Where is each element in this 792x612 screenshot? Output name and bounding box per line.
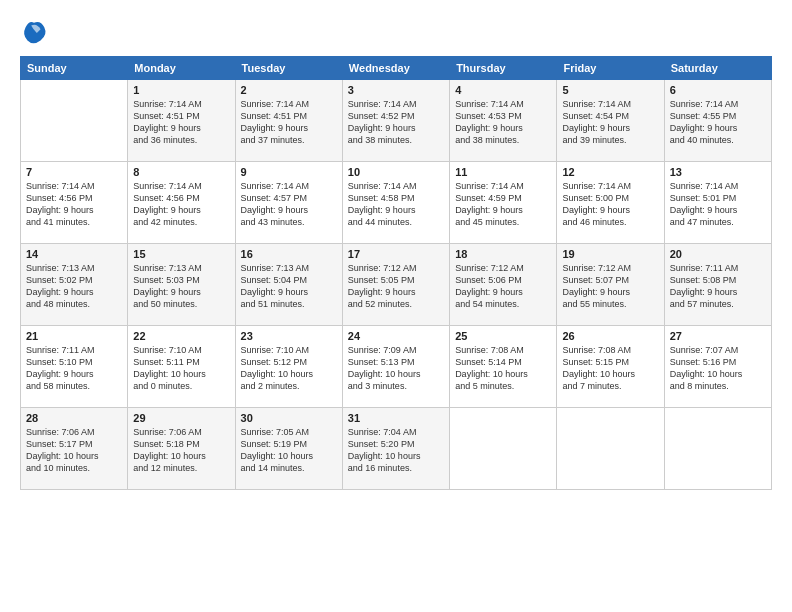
day-number: 3 (348, 84, 444, 96)
day-number: 29 (133, 412, 229, 424)
calendar-cell (21, 80, 128, 162)
day-info: Sunrise: 7:04 AMSunset: 5:20 PMDaylight:… (348, 426, 444, 475)
day-info: Sunrise: 7:07 AMSunset: 5:16 PMDaylight:… (670, 344, 766, 393)
day-number: 19 (562, 248, 658, 260)
calendar-cell: 12Sunrise: 7:14 AMSunset: 5:00 PMDayligh… (557, 162, 664, 244)
day-number: 25 (455, 330, 551, 342)
day-number: 11 (455, 166, 551, 178)
calendar-cell: 29Sunrise: 7:06 AMSunset: 5:18 PMDayligh… (128, 408, 235, 490)
day-info: Sunrise: 7:11 AMSunset: 5:08 PMDaylight:… (670, 262, 766, 311)
day-number: 31 (348, 412, 444, 424)
calendar-cell (450, 408, 557, 490)
calendar-table: SundayMondayTuesdayWednesdayThursdayFrid… (20, 56, 772, 490)
calendar-cell: 9Sunrise: 7:14 AMSunset: 4:57 PMDaylight… (235, 162, 342, 244)
day-info: Sunrise: 7:08 AMSunset: 5:15 PMDaylight:… (562, 344, 658, 393)
calendar-cell: 7Sunrise: 7:14 AMSunset: 4:56 PMDaylight… (21, 162, 128, 244)
weekday-header-tuesday: Tuesday (235, 57, 342, 80)
day-info: Sunrise: 7:14 AMSunset: 5:01 PMDaylight:… (670, 180, 766, 229)
day-number: 18 (455, 248, 551, 260)
day-number: 6 (670, 84, 766, 96)
calendar-body: 1Sunrise: 7:14 AMSunset: 4:51 PMDaylight… (21, 80, 772, 490)
day-number: 10 (348, 166, 444, 178)
calendar-cell (557, 408, 664, 490)
calendar-cell: 27Sunrise: 7:07 AMSunset: 5:16 PMDayligh… (664, 326, 771, 408)
day-info: Sunrise: 7:12 AMSunset: 5:06 PMDaylight:… (455, 262, 551, 311)
day-number: 9 (241, 166, 337, 178)
day-number: 26 (562, 330, 658, 342)
day-info: Sunrise: 7:08 AMSunset: 5:14 PMDaylight:… (455, 344, 551, 393)
calendar-cell: 5Sunrise: 7:14 AMSunset: 4:54 PMDaylight… (557, 80, 664, 162)
logo-icon (20, 18, 48, 46)
day-info: Sunrise: 7:05 AMSunset: 5:19 PMDaylight:… (241, 426, 337, 475)
calendar-cell: 8Sunrise: 7:14 AMSunset: 4:56 PMDaylight… (128, 162, 235, 244)
calendar-cell: 16Sunrise: 7:13 AMSunset: 5:04 PMDayligh… (235, 244, 342, 326)
day-info: Sunrise: 7:12 AMSunset: 5:05 PMDaylight:… (348, 262, 444, 311)
day-info: Sunrise: 7:14 AMSunset: 4:51 PMDaylight:… (241, 98, 337, 147)
weekday-header-friday: Friday (557, 57, 664, 80)
day-info: Sunrise: 7:11 AMSunset: 5:10 PMDaylight:… (26, 344, 122, 393)
calendar-cell: 22Sunrise: 7:10 AMSunset: 5:11 PMDayligh… (128, 326, 235, 408)
calendar-cell: 3Sunrise: 7:14 AMSunset: 4:52 PMDaylight… (342, 80, 449, 162)
calendar-cell: 18Sunrise: 7:12 AMSunset: 5:06 PMDayligh… (450, 244, 557, 326)
day-number: 23 (241, 330, 337, 342)
day-number: 13 (670, 166, 766, 178)
calendar-cell: 17Sunrise: 7:12 AMSunset: 5:05 PMDayligh… (342, 244, 449, 326)
day-number: 30 (241, 412, 337, 424)
day-info: Sunrise: 7:09 AMSunset: 5:13 PMDaylight:… (348, 344, 444, 393)
weekday-row: SundayMondayTuesdayWednesdayThursdayFrid… (21, 57, 772, 80)
day-info: Sunrise: 7:14 AMSunset: 4:58 PMDaylight:… (348, 180, 444, 229)
calendar-cell: 24Sunrise: 7:09 AMSunset: 5:13 PMDayligh… (342, 326, 449, 408)
day-info: Sunrise: 7:14 AMSunset: 4:59 PMDaylight:… (455, 180, 551, 229)
day-info: Sunrise: 7:13 AMSunset: 5:04 PMDaylight:… (241, 262, 337, 311)
calendar-cell: 2Sunrise: 7:14 AMSunset: 4:51 PMDaylight… (235, 80, 342, 162)
day-info: Sunrise: 7:14 AMSunset: 4:55 PMDaylight:… (670, 98, 766, 147)
week-row-3: 14Sunrise: 7:13 AMSunset: 5:02 PMDayligh… (21, 244, 772, 326)
day-info: Sunrise: 7:14 AMSunset: 4:57 PMDaylight:… (241, 180, 337, 229)
day-info: Sunrise: 7:14 AMSunset: 4:53 PMDaylight:… (455, 98, 551, 147)
day-number: 7 (26, 166, 122, 178)
day-number: 15 (133, 248, 229, 260)
weekday-header-monday: Monday (128, 57, 235, 80)
day-number: 8 (133, 166, 229, 178)
week-row-2: 7Sunrise: 7:14 AMSunset: 4:56 PMDaylight… (21, 162, 772, 244)
logo (20, 18, 52, 46)
day-number: 12 (562, 166, 658, 178)
day-number: 16 (241, 248, 337, 260)
calendar-cell: 30Sunrise: 7:05 AMSunset: 5:19 PMDayligh… (235, 408, 342, 490)
day-info: Sunrise: 7:14 AMSunset: 4:51 PMDaylight:… (133, 98, 229, 147)
calendar-cell: 4Sunrise: 7:14 AMSunset: 4:53 PMDaylight… (450, 80, 557, 162)
day-number: 17 (348, 248, 444, 260)
day-number: 4 (455, 84, 551, 96)
calendar-header: SundayMondayTuesdayWednesdayThursdayFrid… (21, 57, 772, 80)
day-info: Sunrise: 7:14 AMSunset: 5:00 PMDaylight:… (562, 180, 658, 229)
weekday-header-sunday: Sunday (21, 57, 128, 80)
day-number: 5 (562, 84, 658, 96)
day-number: 27 (670, 330, 766, 342)
calendar-cell: 10Sunrise: 7:14 AMSunset: 4:58 PMDayligh… (342, 162, 449, 244)
calendar-cell: 26Sunrise: 7:08 AMSunset: 5:15 PMDayligh… (557, 326, 664, 408)
calendar-cell: 23Sunrise: 7:10 AMSunset: 5:12 PMDayligh… (235, 326, 342, 408)
day-number: 2 (241, 84, 337, 96)
day-info: Sunrise: 7:13 AMSunset: 5:03 PMDaylight:… (133, 262, 229, 311)
day-number: 22 (133, 330, 229, 342)
header (20, 18, 772, 46)
day-info: Sunrise: 7:14 AMSunset: 4:52 PMDaylight:… (348, 98, 444, 147)
day-info: Sunrise: 7:12 AMSunset: 5:07 PMDaylight:… (562, 262, 658, 311)
day-number: 28 (26, 412, 122, 424)
calendar-cell: 1Sunrise: 7:14 AMSunset: 4:51 PMDaylight… (128, 80, 235, 162)
weekday-header-thursday: Thursday (450, 57, 557, 80)
calendar-cell: 21Sunrise: 7:11 AMSunset: 5:10 PMDayligh… (21, 326, 128, 408)
calendar-cell: 6Sunrise: 7:14 AMSunset: 4:55 PMDaylight… (664, 80, 771, 162)
day-info: Sunrise: 7:06 AMSunset: 5:17 PMDaylight:… (26, 426, 122, 475)
calendar-cell: 11Sunrise: 7:14 AMSunset: 4:59 PMDayligh… (450, 162, 557, 244)
calendar-cell (664, 408, 771, 490)
calendar-cell: 19Sunrise: 7:12 AMSunset: 5:07 PMDayligh… (557, 244, 664, 326)
calendar-cell: 31Sunrise: 7:04 AMSunset: 5:20 PMDayligh… (342, 408, 449, 490)
weekday-header-saturday: Saturday (664, 57, 771, 80)
week-row-5: 28Sunrise: 7:06 AMSunset: 5:17 PMDayligh… (21, 408, 772, 490)
day-number: 1 (133, 84, 229, 96)
day-number: 21 (26, 330, 122, 342)
day-number: 14 (26, 248, 122, 260)
day-info: Sunrise: 7:06 AMSunset: 5:18 PMDaylight:… (133, 426, 229, 475)
calendar-cell: 15Sunrise: 7:13 AMSunset: 5:03 PMDayligh… (128, 244, 235, 326)
